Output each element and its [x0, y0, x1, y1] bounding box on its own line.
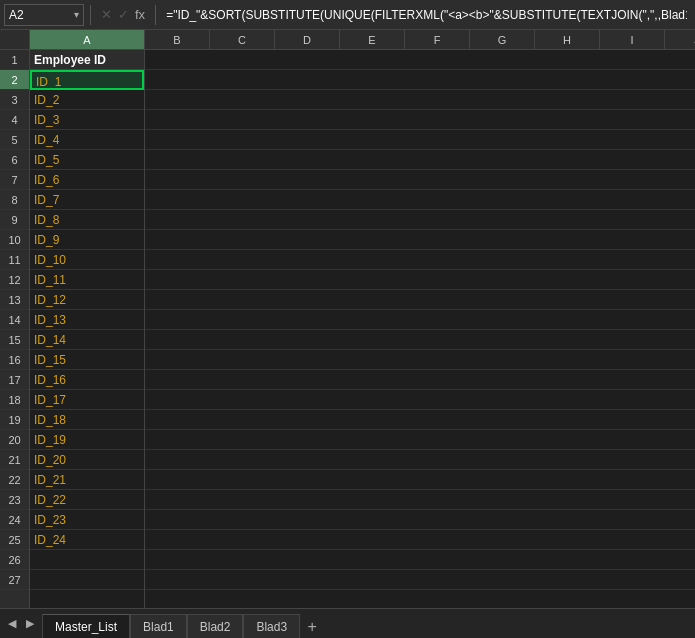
cell-a5[interactable]: ID_4	[30, 130, 144, 150]
cell-a18[interactable]: ID_17	[30, 390, 144, 410]
row-num-2[interactable]: 2	[0, 70, 29, 90]
cell-a2[interactable]: ID_1	[30, 70, 144, 90]
row-num-3[interactable]: 3	[0, 90, 29, 110]
grid-body: 1234567891011121314151617181920212223242…	[0, 50, 695, 608]
cell-a3[interactable]: ID_2	[30, 90, 144, 110]
col-a-header[interactable]: Employee ID	[30, 50, 144, 70]
cell-a7[interactable]: ID_6	[30, 170, 144, 190]
other-columns	[145, 50, 695, 608]
col-header-e[interactable]: E	[340, 30, 405, 49]
row-num-15[interactable]: 15	[0, 330, 29, 350]
row-6-other	[145, 150, 695, 170]
row-18-other	[145, 390, 695, 410]
row-num-14[interactable]: 14	[0, 310, 29, 330]
cell-a14[interactable]: ID_13	[30, 310, 144, 330]
cell-a9[interactable]: ID_8	[30, 210, 144, 230]
col-header-b[interactable]: B	[145, 30, 210, 49]
cell-a6[interactable]: ID_5	[30, 150, 144, 170]
cell-a15[interactable]: ID_14	[30, 330, 144, 350]
row-13-other	[145, 290, 695, 310]
formula-divider	[90, 5, 91, 25]
col-header-i[interactable]: I	[600, 30, 665, 49]
cell-a20[interactable]: ID_19	[30, 430, 144, 450]
row-num-9[interactable]: 9	[0, 210, 29, 230]
row-numbers: 1234567891011121314151617181920212223242…	[0, 50, 30, 608]
row-num-1[interactable]: 1	[0, 50, 29, 70]
cell-a11[interactable]: ID_10	[30, 250, 144, 270]
row-19-other	[145, 410, 695, 430]
columns-area: Employee IDID_1ID_2ID_3ID_4ID_5ID_6ID_7I…	[30, 50, 695, 608]
add-tab-button[interactable]: +	[300, 615, 324, 639]
row-num-17[interactable]: 17	[0, 370, 29, 390]
col-header-f[interactable]: F	[405, 30, 470, 49]
row-num-6[interactable]: 6	[0, 150, 29, 170]
col-header-j[interactable]: J	[665, 30, 695, 49]
cell-ref-dropdown-icon[interactable]: ▾	[74, 9, 79, 20]
row-22-other	[145, 470, 695, 490]
row-num-12[interactable]: 12	[0, 270, 29, 290]
tab-blad3[interactable]: Blad3	[243, 614, 300, 638]
confirm-icon[interactable]: ✓	[118, 7, 129, 22]
row-num-8[interactable]: 8	[0, 190, 29, 210]
cell-a26[interactable]	[30, 550, 144, 570]
row-num-22[interactable]: 22	[0, 470, 29, 490]
row-24-other	[145, 510, 695, 530]
row-num-18[interactable]: 18	[0, 390, 29, 410]
row-num-5[interactable]: 5	[0, 130, 29, 150]
row-23-other	[145, 490, 695, 510]
tab-master-list[interactable]: Master_List	[42, 614, 130, 638]
cell-a24[interactable]: ID_23	[30, 510, 144, 530]
row-num-20[interactable]: 20	[0, 430, 29, 450]
row-num-19[interactable]: 19	[0, 410, 29, 430]
row-num-26[interactable]: 26	[0, 550, 29, 570]
row-num-13[interactable]: 13	[0, 290, 29, 310]
cell-a25[interactable]: ID_24	[30, 530, 144, 550]
cancel-icon[interactable]: ✕	[101, 7, 112, 22]
row-17-other	[145, 370, 695, 390]
formula-input[interactable]	[162, 6, 691, 24]
row-num-11[interactable]: 11	[0, 250, 29, 270]
cell-a12[interactable]: ID_11	[30, 270, 144, 290]
row-27-other	[145, 570, 695, 590]
col-header-g[interactable]: G	[470, 30, 535, 49]
cell-a17[interactable]: ID_16	[30, 370, 144, 390]
fx-icon[interactable]: fx	[135, 7, 145, 22]
tab-next-button[interactable]: ▶	[22, 615, 38, 632]
tabs-container: Master_ListBlad1Blad2Blad3	[42, 609, 300, 638]
row-num-7[interactable]: 7	[0, 170, 29, 190]
cell-a19[interactable]: ID_18	[30, 410, 144, 430]
row-3-other	[145, 90, 695, 110]
cell-a21[interactable]: ID_20	[30, 450, 144, 470]
cell-a16[interactable]: ID_15	[30, 350, 144, 370]
tab-blad2[interactable]: Blad2	[187, 614, 244, 638]
cell-a23[interactable]: ID_22	[30, 490, 144, 510]
cell-a27[interactable]	[30, 570, 144, 590]
cell-a22[interactable]: ID_21	[30, 470, 144, 490]
row-num-24[interactable]: 24	[0, 510, 29, 530]
tab-bar: ◀ ▶ Master_ListBlad1Blad2Blad3 +	[0, 608, 695, 638]
cell-a4[interactable]: ID_3	[30, 110, 144, 130]
row-1-other	[145, 50, 695, 70]
col-a-cells: Employee IDID_1ID_2ID_3ID_4ID_5ID_6ID_7I…	[30, 50, 144, 590]
cell-a8[interactable]: ID_7	[30, 190, 144, 210]
col-header-a[interactable]: A	[30, 30, 145, 49]
row-25-other	[145, 530, 695, 550]
row-num-4[interactable]: 4	[0, 110, 29, 130]
row-num-16[interactable]: 16	[0, 350, 29, 370]
row-num-23[interactable]: 23	[0, 490, 29, 510]
row-num-25[interactable]: 25	[0, 530, 29, 550]
column-a: Employee IDID_1ID_2ID_3ID_4ID_5ID_6ID_7I…	[30, 50, 145, 608]
row-num-27[interactable]: 27	[0, 570, 29, 590]
col-header-h[interactable]: H	[535, 30, 600, 49]
row-num-21[interactable]: 21	[0, 450, 29, 470]
row-num-10[interactable]: 10	[0, 230, 29, 250]
tab-prev-button[interactable]: ◀	[4, 615, 20, 632]
row-15-other	[145, 330, 695, 350]
cell-a10[interactable]: ID_9	[30, 230, 144, 250]
col-header-d[interactable]: D	[275, 30, 340, 49]
cell-a13[interactable]: ID_12	[30, 290, 144, 310]
cell-reference-box[interactable]: A2 ▾	[4, 4, 84, 26]
tab-blad1[interactable]: Blad1	[130, 614, 187, 638]
col-header-c[interactable]: C	[210, 30, 275, 49]
row-12-other	[145, 270, 695, 290]
